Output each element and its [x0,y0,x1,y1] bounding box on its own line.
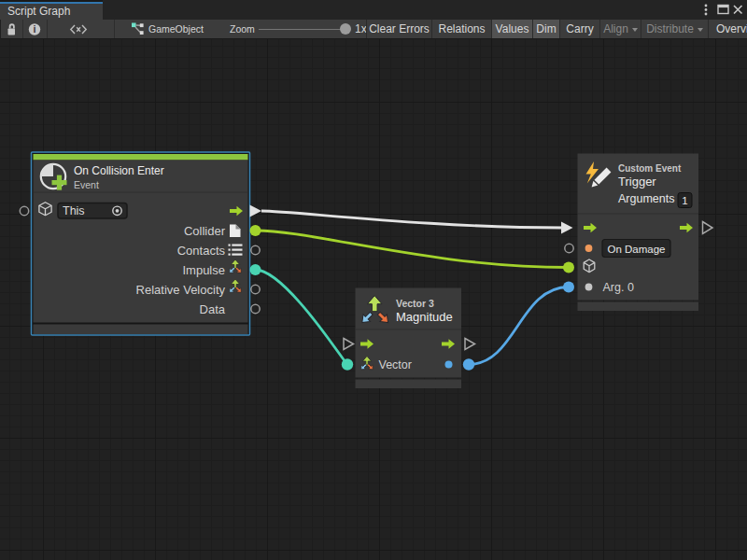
svg-text:Relative Velocity: Relative Velocity [136,283,226,297]
svg-text:Data: Data [200,302,226,316]
svg-text:On Collision Enter: On Collision Enter [74,164,164,177]
svg-text:Event: Event [74,179,99,190]
svg-text:i: i [33,23,35,35]
svg-text:Arg. 0: Arg. 0 [603,281,634,294]
svg-text:Vector 3: Vector 3 [396,298,434,309]
svg-text:Trigger: Trigger [618,175,656,189]
svg-text:Collider: Collider [184,224,226,238]
svg-text:1: 1 [682,195,687,206]
svg-text:On Damage: On Damage [608,244,666,255]
svg-text:Contacts: Contacts [177,244,226,258]
svg-text:Magnitude: Magnitude [396,310,453,324]
svg-text:This: This [63,204,85,217]
svg-text:Custom Event: Custom Event [618,163,682,174]
svg-text:Impulse: Impulse [182,263,225,277]
svg-text:Arguments: Arguments [618,192,674,205]
svg-text:Vector: Vector [379,358,412,371]
